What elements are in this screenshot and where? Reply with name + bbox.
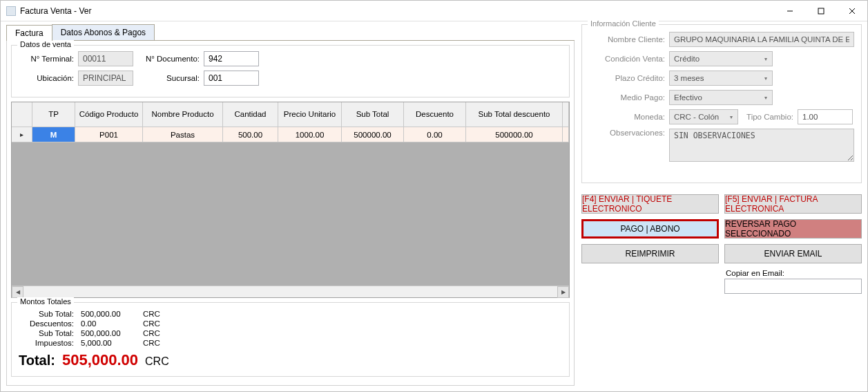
moneda-select[interactable]: CRC - Colón ▾ (669, 109, 738, 124)
close-icon (849, 8, 856, 15)
total-value: 505,000.00 (62, 351, 138, 369)
grid-header: TP Código Producto Nombre Producto Canti… (12, 102, 569, 127)
condicion-venta-select[interactable]: Crédito ▾ (669, 51, 773, 66)
close-button[interactable] (836, 1, 867, 21)
plazo-credito-label: Plazo Crédito: (589, 74, 665, 82)
moneda-label: Moneda: (589, 113, 665, 121)
grid-empty-area (12, 142, 569, 286)
cell-subtotal[interactable]: 500000.00 (342, 127, 404, 142)
col-codigo-header[interactable]: Código Producto (75, 102, 143, 127)
chevron-down-icon: ▾ (761, 93, 771, 102)
informacion-cliente-group: Información Cliente Nombre Cliente: Cond… (581, 24, 862, 183)
condicion-venta-label: Condición Venta: (589, 55, 665, 63)
plazo-credito-select[interactable]: 3 meses ▾ (669, 71, 773, 86)
montos-legend: Montos Totales (17, 297, 74, 306)
tab-abonos-pagos[interactable]: Datos Abonos & Pagos (52, 24, 155, 40)
app-icon (6, 6, 16, 16)
sucursal-label: Sucursal: (137, 74, 200, 82)
app-window: Factura Venta - Ver Factura Datos Abonos… (0, 0, 868, 392)
montos-totales-group: Montos Totales Sub Total: 500,000.00 CRC… (11, 302, 570, 377)
tab-strip: Factura Datos Abonos & Pagos (6, 24, 575, 41)
products-grid[interactable]: TP Código Producto Nombre Producto Canti… (11, 102, 570, 298)
impuestos-currency: CRC (143, 339, 177, 347)
tipo-cambio-field[interactable] (798, 109, 853, 124)
cell-nombre[interactable]: Pastas (143, 127, 223, 142)
table-row[interactable]: M P001 Pastas 500.00 1000.00 500000.00 0… (12, 127, 569, 142)
observaciones-field[interactable] (669, 129, 854, 162)
col-tp-header[interactable]: TP (32, 102, 75, 127)
subtotal-currency: CRC (143, 310, 177, 318)
cell-codigo[interactable]: P001 (75, 127, 143, 142)
documento-field[interactable] (204, 51, 259, 66)
row-indicator-icon (12, 127, 32, 142)
reimprimir-button[interactable]: REIMPRIMIR (581, 244, 719, 263)
col-subtotal-header[interactable]: Sub Total (342, 102, 404, 127)
tab-factura[interactable]: Factura (6, 25, 52, 41)
col-descuento-header[interactable]: Descuento (404, 102, 466, 127)
copiar-email-label: Copiar en Email: (724, 269, 862, 277)
medio-pago-label: Medio Pago: (589, 93, 665, 102)
cell-tp[interactable]: M (32, 127, 75, 142)
titlebar: Factura Venta - Ver (1, 1, 867, 21)
cell-cantidad[interactable]: 500.00 (223, 127, 278, 142)
terminal-label: N° Terminal: (19, 55, 74, 63)
copiar-email-field[interactable] (724, 279, 862, 294)
documento-label: N° Documento: (137, 55, 200, 63)
reversar-pago-button[interactable]: REVERSAR PAGO SELECCIONADO (724, 219, 862, 239)
scroll-right-icon[interactable]: ▶ (557, 286, 569, 298)
col-cantidad-header[interactable]: Cantidad (223, 102, 278, 127)
tipo-cambio-label: Tipo Cambio: (738, 113, 793, 121)
impuestos-label: Impuestos: (19, 339, 74, 347)
chevron-down-icon: ▾ (761, 54, 771, 64)
terminal-field[interactable] (78, 51, 133, 66)
cell-descuento[interactable]: 0.00 (404, 127, 466, 142)
impuestos-value: 5,000.00 (74, 339, 143, 347)
grid-horizontal-scrollbar[interactable]: ◀ ▶ (12, 286, 569, 297)
descuentos-label: Descuentos: (19, 319, 74, 328)
enviar-tiquete-button[interactable]: [F4] ENVIAR | TIQUETE ELECTRONICO (581, 194, 719, 214)
datos-venta-legend: Datos de venta (17, 40, 74, 48)
window-title: Factura Venta - Ver (20, 6, 91, 16)
observaciones-label: Observaciones: (589, 129, 665, 137)
nombre-cliente-field[interactable] (669, 32, 854, 47)
subtotal2-label: Sub Total: (19, 329, 74, 337)
cell-precio[interactable]: 1000.00 (278, 127, 342, 142)
minimize-icon (787, 8, 793, 15)
subtotal-value: 500,000.00 (74, 310, 143, 318)
enviar-factura-button[interactable]: [F5] ENVIAR | FACTURA ELECTRONICA (724, 194, 862, 214)
col-rest-header (563, 102, 569, 127)
nombre-cliente-label: Nombre Cliente: (589, 35, 665, 44)
ubicacion-label: Ubicación: (19, 74, 74, 82)
pago-abono-button[interactable]: PAGO | ABONO (581, 219, 719, 239)
scroll-left-icon[interactable]: ◀ (12, 286, 23, 298)
minimize-button[interactable] (774, 1, 805, 21)
total-label: Total: (19, 353, 55, 368)
col-nombre-header[interactable]: Nombre Producto (143, 102, 223, 127)
chevron-down-icon: ▾ (726, 112, 736, 122)
subtotal-label: Sub Total: (19, 310, 74, 318)
maximize-button[interactable] (805, 1, 836, 21)
subtotal2-value: 500,000.00 (74, 329, 143, 337)
cliente-legend: Información Cliente (588, 19, 659, 28)
total-currency: CRC (145, 355, 169, 368)
descuentos-value: 0.00 (74, 319, 143, 328)
descuentos-currency: CRC (143, 319, 177, 328)
medio-pago-select[interactable]: Efectivo ▾ (669, 90, 773, 105)
grid-row-selector-header (12, 102, 32, 127)
col-precio-header[interactable]: Precio Unitario (278, 102, 342, 127)
cell-subtotaldesc[interactable]: 500000.00 (466, 127, 563, 142)
enviar-email-button[interactable]: ENVIAR EMAIL (724, 244, 862, 263)
col-subtotaldesc-header[interactable]: Sub Total descuento (466, 102, 563, 127)
maximize-icon (818, 8, 824, 15)
datos-venta-group: Datos de venta N° Terminal: N° Documento… (11, 45, 570, 97)
chevron-down-icon: ▾ (761, 73, 771, 83)
subtotal2-currency: CRC (143, 329, 177, 337)
ubicacion-field[interactable] (78, 71, 133, 86)
sucursal-field[interactable] (204, 71, 259, 86)
svg-rect-1 (818, 8, 824, 14)
